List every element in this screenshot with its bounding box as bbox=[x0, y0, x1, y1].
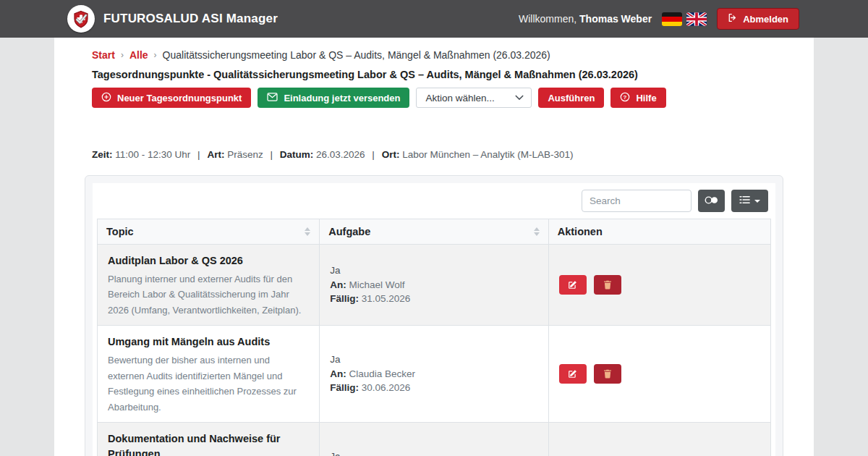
task-due-date: Fällig: 30.06.2026 bbox=[330, 381, 538, 395]
user-name: Thomas Weber bbox=[579, 13, 652, 25]
topic-cell: Umgang mit Mängeln aus Audits Bewertung … bbox=[98, 326, 320, 423]
edit-button[interactable] bbox=[559, 364, 587, 384]
logout-button[interactable]: Abmelden bbox=[717, 8, 799, 30]
actions-cell bbox=[548, 245, 770, 326]
topic-cell: Auditplan Labor & QS 2026 Planung intern… bbox=[98, 245, 320, 326]
send-invitation-button[interactable]: Einladung jetzt versenden bbox=[258, 88, 409, 108]
topic-cell: Dokumentation und Nachweise für Prüfunge… bbox=[98, 423, 320, 456]
sort-icon bbox=[534, 227, 540, 236]
table-container: Topic Aufgabe Aktionen bbox=[93, 183, 775, 456]
breadcrumb-current: Qualitätssicherungsmeeting Labor & QS – … bbox=[163, 49, 550, 61]
table-row: Dokumentation und Nachweise für Prüfunge… bbox=[98, 423, 771, 456]
topic-description: Planung interner und externer Audits für… bbox=[108, 271, 309, 318]
page-content: Start › Alle › Qualitätssicherungsmeetin… bbox=[54, 38, 814, 456]
breadcrumb: Start › Alle › Qualitätssicherungsmeetin… bbox=[92, 49, 783, 61]
table-controls bbox=[93, 183, 775, 219]
sort-icon bbox=[305, 227, 310, 236]
breadcrumb-separator: › bbox=[154, 50, 157, 60]
toggle-view-button[interactable] bbox=[698, 190, 725, 212]
task-assignee: An: Michael Wolf bbox=[330, 278, 538, 292]
page-title: Tagesordnungspunkte - Qualitätssicherung… bbox=[92, 69, 783, 80]
meeting-info: Zeit: 11:00 - 12:30 Uhr | Art: Präsenz |… bbox=[92, 149, 783, 160]
task-flag: Ja bbox=[330, 352, 538, 367]
delete-button[interactable] bbox=[594, 275, 621, 295]
app-header: FUTUROSALUD ASI Manager Willkommen, Thom… bbox=[0, 0, 868, 38]
topic-title: Umgang mit Mängeln aus Audits bbox=[108, 334, 309, 350]
brand-title: FUTUROSALUD ASI Manager bbox=[103, 12, 278, 26]
task-due-date: Fällig: 31.05.2026 bbox=[330, 292, 538, 306]
agenda-table-card: Topic Aufgabe Aktionen bbox=[85, 175, 783, 456]
search-input[interactable] bbox=[582, 190, 692, 212]
execute-button[interactable]: Ausführen bbox=[538, 88, 604, 108]
breadcrumb-start-link[interactable]: Start bbox=[92, 49, 115, 61]
logout-icon bbox=[728, 13, 737, 25]
edit-pencil-icon bbox=[568, 280, 577, 290]
question-circle-icon: ? bbox=[620, 92, 630, 104]
column-header-topic[interactable]: Topic bbox=[98, 219, 320, 245]
column-header-aufgabe[interactable]: Aufgabe bbox=[320, 219, 549, 245]
task-assignee: An: Claudia Becker bbox=[330, 367, 538, 381]
trash-icon bbox=[603, 280, 612, 290]
action-select-value: Aktion wählen... bbox=[425, 93, 494, 104]
edit-button[interactable] bbox=[559, 275, 587, 295]
chevron-down-icon bbox=[515, 95, 524, 101]
new-agenda-item-button[interactable]: Neuer Tagesordnungspunkt bbox=[92, 88, 251, 108]
envelope-icon bbox=[267, 93, 278, 104]
table-row: Auditplan Labor & QS 2026 Planung intern… bbox=[98, 245, 771, 326]
shield-logo-icon bbox=[67, 5, 95, 33]
agenda-table: Topic Aufgabe Aktionen bbox=[97, 219, 771, 456]
task-cell: Ja An: Michael Wolf Fällig: 31.05.2026 bbox=[320, 245, 549, 326]
columns-dropdown-button[interactable] bbox=[731, 190, 768, 212]
topic-title: Auditplan Labor & QS 2026 bbox=[108, 253, 309, 269]
breadcrumb-separator: › bbox=[121, 50, 124, 60]
trash-icon bbox=[603, 369, 612, 379]
column-header-aktionen: Aktionen bbox=[548, 219, 770, 245]
breadcrumb-alle-link[interactable]: Alle bbox=[129, 49, 148, 61]
plus-circle-icon bbox=[101, 92, 111, 104]
topic-title: Dokumentation und Nachweise für Prüfunge… bbox=[108, 431, 309, 456]
toolbar: Neuer Tagesordnungspunkt Einladung jetzt… bbox=[92, 88, 783, 108]
help-button[interactable]: ? Hilfe bbox=[610, 88, 665, 108]
actions-cell bbox=[548, 423, 770, 456]
task-cell: Ja An: Claudia Becker Fällig: 30.06.2026 bbox=[320, 326, 549, 423]
toggle-icon bbox=[705, 195, 719, 207]
edit-pencil-icon bbox=[568, 369, 577, 379]
action-select[interactable]: Aktion wählen... bbox=[416, 88, 532, 108]
task-flag: Ja bbox=[330, 449, 538, 456]
german-flag-icon[interactable] bbox=[662, 12, 682, 26]
task-cell: Ja An: Michael Wolf Fällig: 31.07.2026 bbox=[320, 423, 549, 456]
brand-home-link[interactable]: FUTUROSALUD ASI Manager bbox=[67, 5, 278, 33]
task-flag: Ja bbox=[330, 263, 538, 278]
table-row: Umgang mit Mängeln aus Audits Bewertung … bbox=[98, 326, 771, 423]
delete-button[interactable] bbox=[594, 364, 621, 384]
uk-flag-icon[interactable] bbox=[686, 12, 707, 26]
svg-text:?: ? bbox=[624, 93, 627, 100]
welcome-text: Willkommen, Thomas Weber bbox=[519, 13, 652, 25]
caret-down-icon bbox=[754, 200, 760, 203]
list-icon bbox=[739, 195, 750, 206]
actions-cell bbox=[548, 326, 770, 423]
topic-description: Bewertung der bisher aus internen und ex… bbox=[108, 352, 309, 415]
